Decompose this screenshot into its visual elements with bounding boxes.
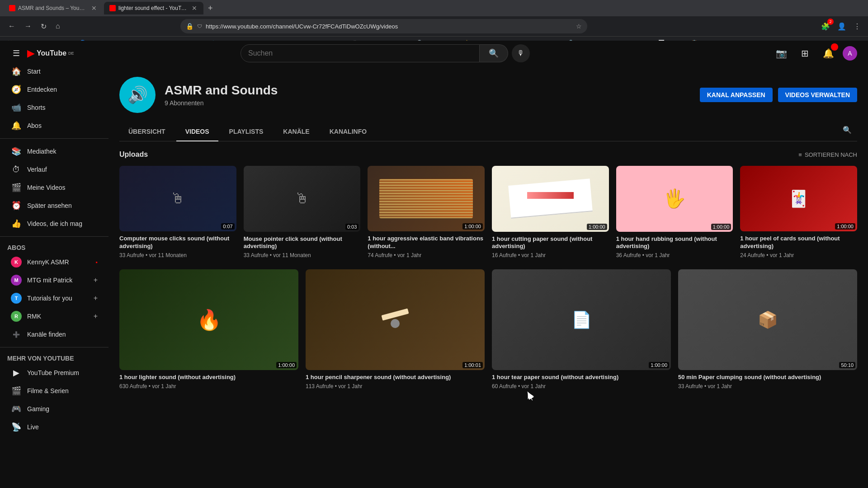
sidebar-item-entdecken[interactable]: 🧭 Entdecken <box>4 80 105 99</box>
sidebar-logo[interactable]: ▶ YouTube DE <box>27 47 74 59</box>
sidebar-hamburger[interactable]: ☰ ▶ YouTube DE <box>4 44 105 62</box>
sidebar-abos-label: Abos <box>27 122 42 129</box>
sidebar-item-live[interactable]: 📡 Live <box>4 418 105 436</box>
sub-item-rmk[interactable]: R RMK + <box>4 307 105 325</box>
forward-button[interactable]: → <box>22 20 34 32</box>
video-thumb-mouse-clicks: 🖱 0:07 <box>119 166 236 231</box>
video-title-3: 1 hour aggressive elastic band vibration… <box>368 235 485 250</box>
sub-name-rmk: RMK <box>27 313 88 320</box>
sidebar-item-shorts[interactable]: 📹 Shorts <box>4 99 105 117</box>
video-card-sharpener[interactable]: 1:00:01 1 hour pencil sharpener sound (w… <box>306 269 485 389</box>
profile-button[interactable]: 👤 <box>835 20 848 33</box>
video-card-hand-rub[interactable]: 🖐 1:00:00 1 hour hand rubbing sound (wit… <box>616 166 733 258</box>
sub-item-tutorials[interactable]: T Tutorials for you + <box>4 289 105 307</box>
video-title-1: Computer mouse clicks sound (without adv… <box>119 235 236 250</box>
sidebar-divider-3 <box>0 347 108 347</box>
tab-ubersicht[interactable]: ÜBERSICHT <box>119 122 175 141</box>
refresh-button[interactable]: ↻ <box>38 20 49 33</box>
video-duration-9: 1:00:00 <box>649 362 669 368</box>
video-card-cards[interactable]: 🃏 1:00:00 1 hour peel of cards sound (wi… <box>740 166 857 258</box>
video-meta-4: 16 Aufrufe • vor 1 Jahr <box>492 252 609 258</box>
home-button[interactable]: ⌂ <box>53 20 63 32</box>
video-card-mouse-clicks[interactable]: 🖱 0:07 Computer mouse clicks sound (with… <box>119 166 236 258</box>
video-card-lighter[interactable]: 🔥 1:00:00 1 hour lighter sound (without … <box>119 269 298 389</box>
upload-button[interactable]: 📷 <box>772 44 790 62</box>
sub-avatar-rmk: R <box>11 311 22 322</box>
yt-logo-icon: ▶ <box>27 47 35 59</box>
sub-avatar-mtg: M <box>11 275 22 286</box>
video-card-paper-clump[interactable]: 📦 50:10 50 min Paper clumping sound (wit… <box>678 269 857 389</box>
tab-kanale[interactable]: KANÄLE <box>274 122 318 141</box>
video-card-tear-paper[interactable]: 📄 1:00:00 1 hour tear paper sound (witho… <box>492 269 671 389</box>
back-button[interactable]: ← <box>5 20 18 32</box>
bookmark-star[interactable]: ☆ <box>576 23 582 30</box>
tab-title-asmr: ASMR and Sounds – YouTube <box>18 5 88 11</box>
sidebar-item-yt-premium[interactable]: ▶ YouTube Premium <box>4 364 105 382</box>
video-title-7: 1 hour lighter sound (without advertisin… <box>119 374 298 381</box>
sidebar-item-liked[interactable]: 👍 Videos, die ich mag <box>4 215 105 233</box>
browser-chrome: ASMR and Sounds – YouTube ✕ lighter soun… <box>0 0 868 41</box>
search-input[interactable] <box>248 49 472 57</box>
video-title-5: 1 hour hand rubbing sound (without adver… <box>616 235 733 251</box>
video-title-2: Mouse pointer click sound (without adver… <box>244 235 361 251</box>
video-meta-1: 33 Aufrufe • vor 11 Monaten <box>119 252 236 258</box>
sidebar-item-filme[interactable]: 🎬 Filme & Serien <box>4 382 105 400</box>
video-meta-5: 36 Aufrufe • vor 1 Jahr <box>616 252 733 258</box>
explore-icon: 🧭 <box>11 84 22 94</box>
url-bar[interactable]: 🔒 🛡 https://www.youtube.com/channel/UCvw… <box>180 19 587 33</box>
video-info-2: Mouse pointer click sound (without adver… <box>244 232 361 259</box>
video-meta-7: 630 Aufrufe • vor 1 Jahr <box>119 383 298 389</box>
more-button[interactable]: ⋮ <box>852 20 863 33</box>
tab-close-lighter[interactable]: ✕ <box>191 4 198 13</box>
tab-lighter[interactable]: lighter sound effect - YouTube ✕ <box>104 2 203 14</box>
tab-asmr[interactable]: ASMR and Sounds – YouTube ✕ <box>4 2 103 14</box>
manage-videos-button[interactable]: VIDEOS VERWALTEN <box>778 88 857 102</box>
video-meta-6: 24 Aufrufe • vor 1 Jahr <box>740 252 857 258</box>
sub-avatar-tutorials: T <box>11 293 22 304</box>
search-bar[interactable] <box>241 44 480 62</box>
sidebar-item-verlauf[interactable]: ⏱ Verlauf <box>4 160 105 178</box>
sidebar-item-spaeter[interactable]: ⏰ Später ansehen <box>4 197 105 215</box>
video-card-paper-cut[interactable]: 1:00:00 1 hour cutting paper sound (with… <box>492 166 609 258</box>
customize-channel-button[interactable]: KANAL ANPASSEN <box>700 88 773 102</box>
video-title-6: 1 hour peel of cards sound (without adve… <box>740 235 857 250</box>
video-meta-9: 60 Aufrufe • vor 1 Jahr <box>492 383 671 389</box>
sidebar-gaming-label: Gaming <box>27 405 49 413</box>
video-duration-8: 1:00:01 <box>462 362 483 368</box>
sub-item-kennyk[interactable]: K KennyK ASMR ● <box>4 253 105 271</box>
sidebar-item-meine-videos[interactable]: 🎬 Meine Videos <box>4 178 105 197</box>
video-card-elastic[interactable]: 1:00:00 1 hour aggressive elastic band v… <box>368 166 485 258</box>
apps-button[interactable]: ⊞ <box>796 44 814 62</box>
new-tab-button[interactable]: + <box>204 2 217 15</box>
user-avatar-button[interactable]: A <box>843 46 857 61</box>
channel-avatar-icon: 🔊 <box>127 85 148 104</box>
tab-videos[interactable]: VIDEOS <box>176 122 218 141</box>
search-button[interactable]: 🔍 <box>480 44 508 62</box>
tab-playlists[interactable]: PLAYLISTS <box>220 122 273 141</box>
sidebar-item-mediathek[interactable]: 📚 Mediathek <box>4 142 105 160</box>
notifications-button[interactable]: 🔔 <box>819 44 837 62</box>
extensions-button[interactable]: 🧩 2 <box>819 20 832 33</box>
sub-item-find-channels[interactable]: ➕ Kanäle finden <box>4 325 105 343</box>
tab-kanalinfo[interactable]: KANALINFO <box>321 122 376 141</box>
sidebar-item-abos[interactable]: 🔔 Abos <box>4 117 105 135</box>
sub-name-tutorials: Tutorials for you <box>27 295 88 302</box>
sidebar-item-gaming[interactable]: 🎮 Gaming <box>4 400 105 418</box>
yt-header: 🔍 🎙 📷 ⊞ 🔔 A <box>108 41 868 66</box>
video-meta-10: 33 Aufrufe • vor 1 Jahr <box>678 383 857 389</box>
sidebar-item-start[interactable]: 🏠 Start <box>4 62 105 80</box>
mic-button[interactable]: 🎙 <box>512 44 530 62</box>
video-thumb-lighter: 🔥 1:00:00 <box>119 269 298 370</box>
video-info-6: 1 hour peel of cards sound (without adve… <box>740 231 857 258</box>
video-card-mouse-pointer[interactable]: 🖱 0:03 Mouse pointer click sound (withou… <box>244 166 361 258</box>
sub-item-mtg[interactable]: M MTG mit Patrick + <box>4 271 105 289</box>
gaming-icon: 🎮 <box>11 404 22 414</box>
video-duration-4: 1:00:00 <box>587 224 607 230</box>
video-title-8: 1 hour pencil sharpener sound (without a… <box>306 374 485 381</box>
sidebar-meine-videos-label: Meine Videos <box>27 184 66 191</box>
sidebar-shorts-label: Shorts <box>27 104 45 111</box>
sidebar-premium-label: YouTube Premium <box>27 369 79 376</box>
tab-close-asmr[interactable]: ✕ <box>90 4 98 13</box>
sort-button[interactable]: ≡ SORTIEREN NACH <box>798 151 857 158</box>
channel-search-icon[interactable]: 🔍 <box>837 122 857 141</box>
